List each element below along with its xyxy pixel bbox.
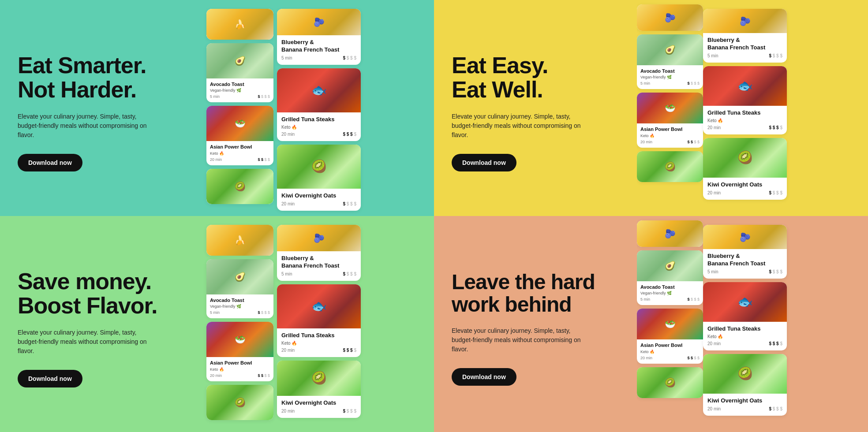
panel-teal-download-btn[interactable]: Download now (18, 154, 82, 171)
meal-price: $ $ $ $ (343, 56, 356, 60)
list-item[interactable]: 🫐 (637, 220, 703, 247)
meal-time: 20 min (210, 157, 222, 162)
panel-peach-subtext: Elevate your culinary journey. Simple, t… (452, 326, 593, 354)
list-item[interactable]: 🥑 Avocado Toast Vegan-friendly 🌿 5 min $… (637, 250, 703, 305)
list-item[interactable]: 🥗 Asian Power Bowl Keto 🔥 20 min $ $ $ $ (637, 93, 703, 147)
app-grid: Eat Smarter. Not Harder. Elevate your cu… (0, 0, 868, 432)
meal-tag: Keto 🔥 (707, 118, 782, 123)
meal-time: 20 min (707, 406, 721, 411)
meal-time: 5 min (210, 94, 220, 99)
panel-green-download-btn[interactable]: Download now (18, 370, 82, 387)
panel-peach-col-b: 🫐 Blueberry &Banana French Toast 5 min $… (703, 220, 787, 416)
meal-name: Grilled Tuna Steaks (707, 109, 782, 117)
meal-price: $ $ $ $ (258, 310, 270, 315)
meal-name: Avocado Toast (210, 297, 270, 303)
meal-tag: Vegan-friendly 🌿 (210, 304, 270, 309)
meal-name: Avocado Toast (640, 284, 700, 290)
list-item[interactable]: 🐟 Grilled Tuna Steaks Keto 🔥 20 min $ $ … (703, 282, 787, 350)
panel-yellow-download-btn[interactable]: Download now (452, 154, 516, 171)
meal-name: Grilled Tuna Steaks (281, 332, 356, 339)
meal-name: Kiwi Overnight Oats (707, 397, 782, 405)
meal-name: Kiwi Overnight Oats (281, 192, 356, 200)
panel-green-cards-col-left: 🍌 🥑 Avocado Toast Vegan-friendly 🌿 5 min… (203, 220, 273, 425)
meal-name: Asian Power Bowl (640, 342, 700, 348)
panel-green-phone: 🍌 🥑 Avocado Toast Vegan-friendly 🌿 5 min… (203, 216, 434, 432)
meal-price: $ $ $ $ (769, 190, 782, 195)
meal-price: $ $ $ $ (258, 157, 270, 162)
list-item[interactable]: 🐟 Grilled Tuna Steaks Keto 20 min $ $ $ … (277, 68, 361, 141)
list-item[interactable]: 🐟 Grilled Tuna Steaks Keto 🔥 20 min $ $ … (703, 66, 787, 134)
meal-tag: Keto (281, 125, 356, 130)
list-item[interactable]: 🐟 Grilled Tuna Steaks Keto 🔥 20 min $ $ … (277, 284, 361, 357)
meal-price: $ $ $ $ (343, 348, 356, 353)
meal-time: 20 min (281, 348, 295, 353)
list-item[interactable]: 🥑 Avocado Toast Vegan-friendly 🌿 5 min $… (637, 34, 703, 89)
meal-tag: Vegan-friendly 🌿 (640, 291, 700, 295)
list-item[interactable]: 🥗 Asian Power Bowl Keto 🔥 20 min $ $ $ $ (206, 322, 273, 381)
panel-teal: Eat Smarter. Not Harder. Elevate your cu… (0, 0, 434, 216)
meal-name: Asian Power Bowl (640, 126, 700, 132)
meal-price: $ $ $ $ (258, 373, 270, 378)
meal-price: $ $ $ $ (343, 409, 356, 413)
panel-teal-left: Eat Smarter. Not Harder. Elevate your cu… (0, 0, 203, 216)
panel-yellow-phone: 🫐 🥑 Avocado Toast Vegan-friendly 🌿 5 min… (637, 0, 868, 216)
list-item[interactable]: 🥝 Kiwi Overnight Oats 20 min $ $ $ $ (703, 138, 787, 200)
meal-time: 5 min (281, 56, 292, 60)
meal-time: 20 min (707, 341, 721, 346)
meal-price: $ $ $ $ (769, 269, 782, 274)
meal-price: $ $ $ $ (687, 356, 700, 360)
panel-teal-subtext: Elevate your culinary journey. Simple, t… (18, 112, 159, 140)
meal-time: 5 min (707, 269, 718, 274)
list-item[interactable]: 🫐 Blueberry &Banana French Toast 5 min $… (703, 9, 787, 63)
panel-yellow-subtext: Elevate your culinary journey. Simple, t… (452, 112, 593, 140)
meal-name: Avocado Toast (640, 68, 700, 74)
meal-name: Grilled Tuna Steaks (707, 325, 782, 333)
list-item[interactable]: 🫐 Blueberry &Banana French Toast 5 min $… (277, 9, 361, 65)
list-item[interactable]: 🍌 (206, 9, 273, 40)
meal-name: Kiwi Overnight Oats (281, 399, 356, 407)
meal-price: $ $ $ $ (258, 94, 270, 99)
panel-green-left: Save money. Boost Flavor. Elevate your c… (0, 216, 203, 432)
list-item[interactable]: 🥝 Kiwi Overnight Oats 20 min $ $ $ $ (277, 361, 361, 418)
list-item[interactable]: 🫐 Blueberry &Banana French Toast 5 min $… (703, 225, 787, 279)
meal-name: Asian Power Bowl (210, 360, 270, 366)
meal-time: 20 min (707, 125, 721, 130)
panel-green-cards-col-right: 🫐 Blueberry &Banana French Toast 5 min $… (277, 220, 365, 422)
meal-time: 20 min (281, 201, 295, 206)
panel-yellow-headline: Eat Easy. Eat Well. (452, 53, 619, 101)
list-item[interactable]: 🥝 Kiwi Overnight Oats 20 min $ $ $ $ (703, 354, 787, 416)
meal-tag: Keto (210, 151, 270, 156)
list-item[interactable]: 🥑 Avocado Toast Vegan-friendly 🌿 5 min $… (206, 259, 273, 318)
list-item[interactable]: 🥑 Avocado Toast Vegan-friendly 5 min $ $… (206, 43, 273, 102)
list-item[interactable]: 🥝 (206, 169, 273, 204)
panel-green: Save money. Boost Flavor. Elevate your c… (0, 216, 434, 432)
meal-time: 20 min (640, 140, 652, 144)
panel-green-subtext: Elevate your culinary journey. Simple, t… (18, 328, 159, 356)
list-item[interactable]: 🥝 Kiwi Overnight Oats 20 min $ $ $ $ (277, 145, 361, 211)
meal-time: 20 min (640, 356, 652, 360)
meal-price: $ $ $ $ (343, 272, 356, 276)
list-item[interactable]: 🥝 (206, 385, 273, 420)
meal-price: $ $ $ $ (687, 81, 700, 86)
meal-price: $ $ $ $ (343, 132, 356, 137)
list-item[interactable]: 🍌 (206, 225, 273, 256)
list-item[interactable]: 🫐 (637, 4, 703, 31)
list-item[interactable]: 🫐 Blueberry &Banana French Toast 5 min $… (277, 225, 361, 281)
meal-name: Asian Power Bowl (210, 144, 270, 150)
meal-time: 5 min (281, 272, 292, 276)
meal-time: 5 min (640, 297, 650, 302)
panel-yellow-col-b: 🫐 Blueberry &Banana French Toast 5 min $… (703, 4, 787, 200)
meal-price: $ $ $ $ (687, 140, 700, 144)
list-item[interactable]: 🥗 Asian Power Bowl Keto 20 min $ $ $ $ (206, 106, 273, 165)
list-item[interactable]: 🥝 (637, 367, 703, 398)
meal-price: $ $ $ $ (769, 406, 782, 411)
list-item[interactable]: 🥝 (637, 151, 703, 182)
panel-teal-headline: Eat Smarter. Not Harder. (18, 53, 185, 101)
panel-peach-col-a: 🫐 🥑 Avocado Toast Vegan-friendly 🌿 5 min… (637, 220, 703, 398)
meal-name: Blueberry &Banana French Toast (281, 255, 356, 270)
meal-tag: Keto 🔥 (640, 134, 700, 138)
list-item[interactable]: 🥗 Asian Power Bowl Keto 🔥 20 min $ $ $ $ (637, 309, 703, 363)
panel-teal-phone: 🍌 🥑 Avocado Toast Vegan-friendly 5 min $… (203, 0, 434, 216)
panel-peach-download-btn[interactable]: Download now (452, 368, 516, 386)
meal-time: 20 min (210, 373, 222, 378)
